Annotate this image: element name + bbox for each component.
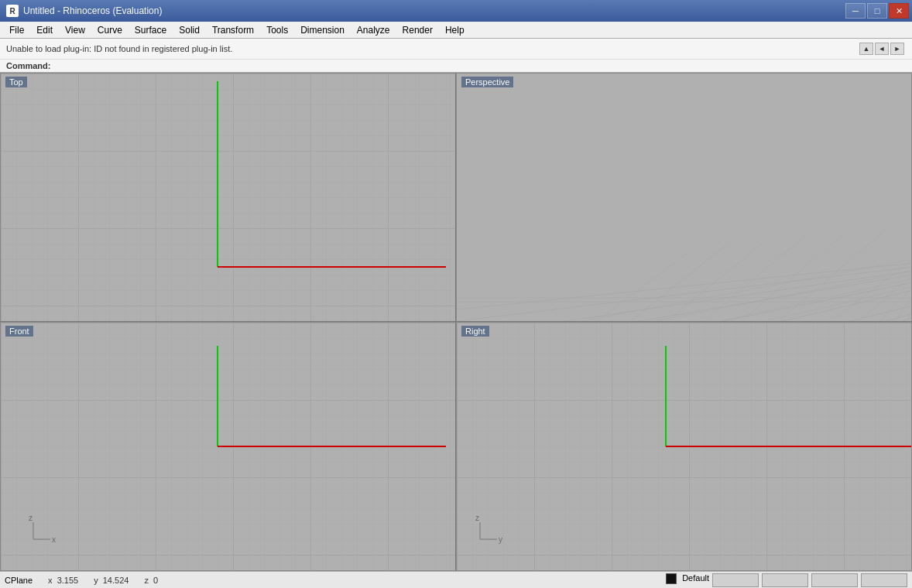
main-container: File Edit View Curve Surface Solid Trans… — [0, 22, 912, 588]
menu-analyze[interactable]: Analyze — [351, 22, 396, 38]
close-button[interactable]: ✕ — [889, 3, 909, 19]
maximize-button[interactable]: □ — [867, 3, 887, 19]
app-icon: R — [6, 5, 19, 17]
svg-text:x: x — [52, 535, 56, 544]
scroll-up-button[interactable]: ▲ — [859, 43, 873, 55]
menu-file[interactable]: File — [3, 22, 30, 38]
viewport-perspective-grid: z y x — [457, 74, 911, 321]
menu-tools[interactable]: Tools — [260, 22, 294, 38]
status-right: Default — [666, 573, 907, 587]
menu-edit[interactable]: Edit — [30, 22, 59, 38]
command-message-text: Unable to load plug-in: ID not found in … — [6, 44, 232, 53]
scroll-right-button[interactable]: ► — [890, 43, 904, 55]
title-bar-left: R Untitled - Rhinoceros (Evaluation) — [6, 5, 162, 17]
command-scroll-controls[interactable]: ▲ ◄ ► — [858, 41, 906, 56]
y-coord: y 14.524 — [94, 576, 129, 585]
viewport-top-label: Top — [5, 77, 27, 87]
y-value: 14.524 — [103, 576, 129, 585]
menu-surface[interactable]: Surface — [129, 22, 173, 38]
svg-rect-2 — [1, 74, 455, 321]
title-bar: R Untitled - Rhinoceros (Evaluation) ─ □… — [0, 0, 912, 22]
menu-render[interactable]: Render — [396, 22, 439, 38]
minimize-button[interactable]: ─ — [845, 3, 866, 19]
menu-help[interactable]: Help — [439, 22, 471, 38]
viewport-right-label: Right — [461, 326, 489, 337]
menu-transform[interactable]: Transform — [206, 22, 260, 38]
status-bar: CPlane x 3.155 y 14.524 z 0 Default — [0, 571, 912, 588]
cplane-label: CPlane — [5, 576, 33, 585]
menu-solid[interactable]: Solid — [173, 22, 206, 38]
viewport-top-grid: y x — [1, 74, 455, 321]
layer-color-swatch — [666, 573, 677, 584]
title-controls[interactable]: ─ □ ✕ — [845, 3, 909, 19]
command-prompt[interactable]: Command: — [0, 60, 912, 72]
svg-text:z: z — [475, 514, 479, 522]
viewport-perspective-label: Perspective — [461, 77, 513, 87]
y-label: y — [94, 576, 98, 585]
status-btn-3[interactable] — [811, 573, 858, 587]
svg-text:z: z — [29, 514, 33, 522]
z-label: z — [144, 576, 149, 585]
svg-text:y: y — [499, 535, 502, 544]
viewport-right[interactable]: Right — [456, 322, 912, 571]
x-coord: x 3.155 — [48, 576, 78, 585]
menu-bar: File Edit View Curve Surface Solid Trans… — [0, 22, 912, 39]
x-label: x — [48, 576, 53, 585]
viewport-top[interactable]: Top — [0, 73, 456, 322]
z-coord: z 0 — [144, 576, 158, 585]
scroll-left-button[interactable]: ◄ — [875, 43, 889, 55]
viewport-front[interactable]: Front — [0, 322, 456, 571]
layer-label: Default — [682, 573, 709, 587]
viewport-perspective[interactable]: Perspective — [456, 73, 912, 322]
window-title: Untitled - Rhinoceros (Evaluation) — [23, 5, 162, 16]
status-btn-1[interactable] — [712, 573, 759, 587]
viewport-front-grid: z x — [1, 323, 455, 570]
viewport-right-grid: z y — [457, 323, 911, 570]
command-area: Unable to load plug-in: ID not found in … — [0, 39, 912, 73]
viewport-container: Top — [0, 73, 912, 571]
viewport-front-label: Front — [5, 326, 33, 337]
command-prompt-label: Command: — [6, 61, 50, 70]
menu-curve[interactable]: Curve — [91, 22, 129, 38]
command-message-bar: Unable to load plug-in: ID not found in … — [0, 39, 912, 60]
status-btn-4[interactable] — [861, 573, 907, 587]
x-value: 3.155 — [57, 576, 79, 585]
status-btn-2[interactable] — [762, 573, 808, 587]
menu-view[interactable]: View — [59, 22, 91, 38]
menu-dimension[interactable]: Dimension — [294, 22, 351, 38]
z-value: 0 — [153, 576, 158, 585]
svg-rect-9 — [457, 74, 911, 321]
